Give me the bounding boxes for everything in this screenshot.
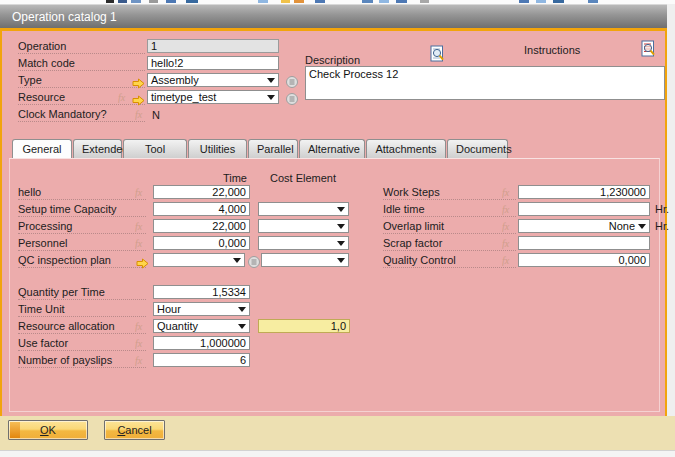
personnel-cost-element-dropdown[interactable] — [258, 236, 349, 250]
document-search-icon[interactable] — [641, 40, 656, 61]
quality-control-field[interactable]: 0,000 — [518, 253, 650, 267]
tab-extended[interactable]: Extended — [73, 139, 122, 158]
background-strip — [0, 450, 675, 457]
quantity-per-time-label: Quantity per Time — [18, 286, 146, 300]
work-steps-field[interactable]: 1,230000 — [518, 185, 650, 199]
chevron-down-icon — [337, 207, 345, 212]
chevron-down-icon — [267, 78, 275, 83]
chevron-down-icon — [337, 258, 345, 263]
tab-alternative[interactable]: Alternative — [299, 139, 365, 158]
chevron-down-icon — [337, 241, 345, 246]
time-unit-dropdown[interactable]: Hour — [153, 302, 250, 316]
link-arrow-icon[interactable] — [136, 255, 149, 273]
number-of-payslips-field[interactable]: 6 — [153, 353, 250, 367]
overlap-limit-dropdown[interactable]: None — [518, 219, 650, 233]
cost-element-column-header: Cost Element — [257, 172, 349, 184]
dialog-title: Operation catalog 1 — [12, 10, 117, 24]
number-of-payslips-label: Number of payslips — [18, 354, 146, 368]
chevron-down-icon — [337, 224, 345, 229]
tab-tool[interactable]: Tool — [123, 139, 187, 158]
match-code-label: Match code — [18, 57, 145, 71]
fx-icon: fx — [135, 321, 142, 332]
personnel-field[interactable]: 0,000 — [153, 236, 250, 250]
tab-parallel[interactable]: Parallel — [248, 139, 298, 158]
document-search-icon[interactable] — [430, 45, 445, 66]
instructions-label: Instructions — [524, 44, 594, 58]
ok-button-focus-mark — [10, 422, 20, 438]
idle-time-label: Idle time — [383, 203, 516, 217]
tab-attachments[interactable]: Attachments — [366, 139, 446, 158]
resource-allocation-label: Resource allocation — [18, 320, 146, 334]
chevron-down-icon — [238, 307, 246, 312]
dialog-titlebar[interactable]: Operation catalog 1 — [0, 4, 667, 28]
work-steps-label: Work Steps — [383, 186, 516, 200]
qc-cost-element-dropdown[interactable] — [261, 253, 349, 267]
tab-bar: General Extended Tool Utilities Parallel… — [12, 139, 509, 158]
quantity-per-time-field[interactable]: 1,5334 — [153, 285, 250, 299]
scrap-factor-label: Scrap factor — [383, 237, 516, 251]
idle-time-unit: Hr. — [655, 203, 669, 215]
hello-label: hello — [18, 186, 146, 200]
fx-icon: fx — [502, 187, 509, 198]
qc-inspection-plan-dropdown[interactable] — [153, 253, 245, 267]
type-dropdown[interactable]: Assembly — [147, 73, 279, 87]
fx-icon: fx — [502, 204, 509, 215]
fx-icon: fx — [135, 338, 142, 349]
clock-mandatory-value: N — [152, 109, 182, 123]
description-field[interactable]: Check Process 12 — [305, 66, 665, 100]
qc-inspection-plan-label: QC inspection plan — [18, 254, 146, 268]
clock-mandatory-label: Clock Mandatory? — [18, 108, 145, 122]
choose-from-list-icon[interactable] — [286, 91, 298, 109]
chevron-down-icon — [238, 324, 246, 329]
screen: Operation catalog 1 Operation 1 Match co… — [0, 0, 675, 457]
overlap-limit-label: Overlap limit — [383, 220, 516, 234]
ok-button[interactable]: OK — [8, 420, 88, 440]
resource-allocation-value-field[interactable]: 1,0 — [258, 319, 350, 333]
time-unit-label: Time Unit — [18, 303, 146, 317]
fx-icon: fx — [502, 255, 509, 266]
tab-utilities[interactable]: Utilities — [188, 139, 247, 158]
processing-label: Processing — [18, 220, 146, 234]
choose-from-list-icon[interactable] — [286, 74, 298, 92]
fx-icon: fx — [118, 92, 125, 103]
personnel-label: Personnel — [18, 237, 146, 251]
processing-cost-element-dropdown[interactable] — [258, 219, 349, 233]
chevron-down-icon — [638, 224, 646, 229]
quality-control-label: Quality Control — [383, 254, 516, 268]
chevron-down-icon — [233, 258, 241, 263]
resource-label: Resource — [18, 91, 145, 105]
resource-dropdown[interactable]: timetype_test — [147, 90, 279, 104]
fx-icon: fx — [135, 238, 142, 249]
setup-time-capacity-label: Setup time Capacity — [18, 203, 146, 217]
setup-time-capacity-field[interactable]: 4,000 — [153, 202, 250, 216]
match-code-field[interactable]: hello!2 — [147, 56, 279, 70]
processing-field[interactable]: 22,000 — [153, 219, 250, 233]
tab-general[interactable]: General — [12, 139, 72, 158]
hello-field[interactable]: 22,000 — [153, 185, 250, 199]
fx-icon: fx — [135, 187, 142, 198]
setup-cost-element-dropdown[interactable] — [258, 202, 349, 216]
idle-time-field[interactable] — [518, 202, 650, 216]
dialog-footer: OK Cancel — [0, 416, 675, 450]
scrap-factor-field[interactable] — [518, 236, 650, 250]
operation-field: 1 — [147, 39, 279, 53]
time-column-header: Time — [147, 172, 247, 184]
cancel-button[interactable]: Cancel — [104, 420, 165, 440]
dialog-body: Operation 1 Match code hello!2 Type Asse… — [2, 31, 665, 416]
resource-allocation-dropdown[interactable]: Quantity — [153, 319, 250, 333]
overlap-limit-unit: Hr. — [655, 220, 669, 232]
chevron-down-icon — [267, 95, 275, 100]
use-factor-label: Use factor — [18, 337, 146, 351]
fx-icon: fx — [502, 238, 509, 249]
fx-icon: fx — [135, 355, 142, 366]
type-label: Type — [18, 74, 145, 88]
fx-icon: fx — [135, 221, 142, 232]
fx-icon: fx — [502, 221, 509, 232]
use-factor-field[interactable]: 1,000000 — [153, 336, 250, 350]
fx-icon: fx — [135, 109, 142, 120]
tab-documents[interactable]: Documents — [447, 139, 508, 158]
choose-from-list-icon[interactable] — [248, 254, 260, 272]
operation-label: Operation — [18, 40, 145, 54]
